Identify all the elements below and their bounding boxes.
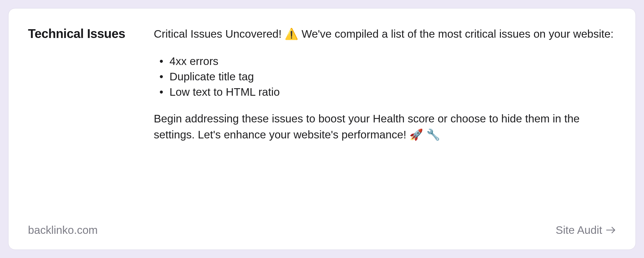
arrow-right-icon <box>606 226 616 234</box>
outro-paragraph: Begin addressing these issues to boost y… <box>154 111 616 143</box>
card-heading: Technical Issues <box>28 26 129 41</box>
card-content: Technical Issues Critical Issues Uncover… <box>28 26 616 215</box>
warning-icon: ⚠️ <box>285 28 298 40</box>
card-right-column: Critical Issues Uncovered! ⚠️ We've comp… <box>154 26 616 215</box>
card-left-column: Technical Issues <box>28 26 129 215</box>
domain-label: backlinko.com <box>28 224 98 236</box>
outro-text: Begin addressing these issues to boost y… <box>154 112 580 141</box>
technical-issues-card: Technical Issues Critical Issues Uncover… <box>8 8 636 250</box>
site-audit-label: Site Audit <box>556 224 602 236</box>
intro-suffix: We've compiled a list of the most critic… <box>298 28 613 40</box>
wrench-icon: 🔧 <box>426 128 440 141</box>
list-item: 4xx errors <box>154 53 616 69</box>
intro-paragraph: Critical Issues Uncovered! ⚠️ We've comp… <box>154 26 616 42</box>
list-item: Duplicate title tag <box>154 69 616 84</box>
rocket-icon: 🚀 <box>409 128 423 141</box>
issues-list: 4xx errors Duplicate title tag Low text … <box>154 53 616 99</box>
intro-prefix: Critical Issues Uncovered! <box>154 28 285 40</box>
list-item: Low text to HTML ratio <box>154 84 616 99</box>
site-audit-link[interactable]: Site Audit <box>556 224 616 236</box>
card-footer: backlinko.com Site Audit <box>28 224 616 236</box>
